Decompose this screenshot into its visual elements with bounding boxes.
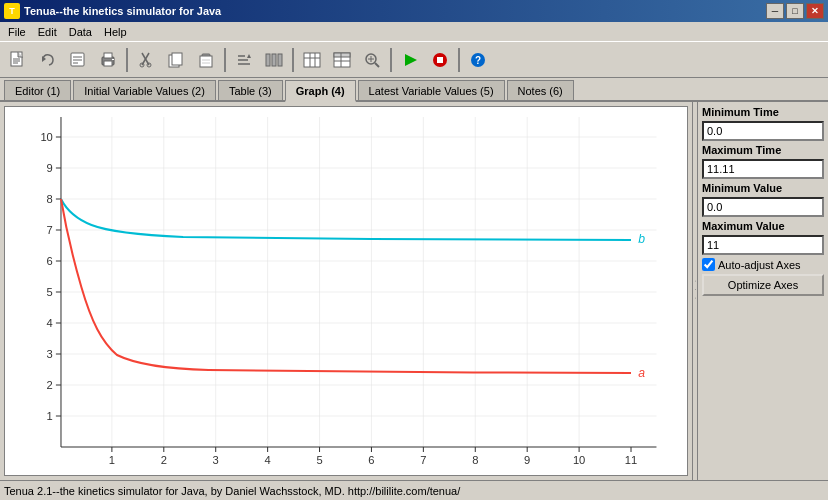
title-buttons: ─ □ ✕: [766, 3, 824, 19]
title-bar: T Tenua--the kinetics simulator for Java…: [0, 0, 828, 22]
columns-button[interactable]: [260, 46, 288, 74]
svg-rect-26: [266, 54, 270, 66]
svg-rect-29: [304, 53, 320, 67]
minimize-button[interactable]: ─: [766, 3, 784, 19]
undo-button[interactable]: [34, 46, 62, 74]
new-button[interactable]: [4, 46, 32, 74]
svg-rect-20: [200, 56, 212, 67]
svg-text:8: 8: [47, 193, 53, 205]
menu-file[interactable]: File: [2, 24, 32, 40]
main-content: 1 2 3 4 5 6 7 8 9 10 11: [0, 102, 828, 480]
svg-text:1: 1: [47, 410, 53, 422]
tab-initial-variables[interactable]: Initial Variable Values (2): [73, 80, 216, 100]
tab-graph[interactable]: Graph (4): [285, 80, 356, 102]
close-button[interactable]: ✕: [806, 3, 824, 19]
title-bar-content: T Tenua--the kinetics simulator for Java: [4, 3, 221, 19]
sep2: [224, 48, 226, 72]
optimize-axes-button[interactable]: Optimize Axes: [702, 274, 824, 296]
svg-rect-11: [104, 61, 112, 66]
status-text: Tenua 2.1--the kinetics simulator for Ja…: [4, 485, 460, 497]
menu-bar: File Edit Data Help: [0, 22, 828, 42]
svg-rect-18: [172, 53, 182, 65]
tab-notes[interactable]: Notes (6): [507, 80, 574, 100]
svg-text:8: 8: [472, 454, 478, 466]
svg-text:a: a: [638, 366, 645, 380]
maximize-button[interactable]: □: [786, 3, 804, 19]
max-time-input[interactable]: [702, 159, 824, 179]
svg-text:2: 2: [47, 379, 53, 391]
svg-rect-46: [5, 107, 687, 475]
zoom-button[interactable]: [358, 46, 386, 74]
paste-button[interactable]: [192, 46, 220, 74]
graph-container: 1 2 3 4 5 6 7 8 9 10 11: [4, 106, 688, 476]
menu-help[interactable]: Help: [98, 24, 133, 40]
max-value-input[interactable]: [702, 235, 824, 255]
play-button[interactable]: [396, 46, 424, 74]
help-button[interactable]: ?: [464, 46, 492, 74]
cut-button[interactable]: [132, 46, 160, 74]
svg-text:7: 7: [420, 454, 426, 466]
sep1: [126, 48, 128, 72]
min-value-label: Minimum Value: [702, 182, 824, 194]
print-button[interactable]: [94, 46, 122, 74]
svg-marker-41: [405, 54, 417, 66]
svg-text:6: 6: [368, 454, 374, 466]
min-value-input[interactable]: [702, 197, 824, 217]
min-time-label: Minimum Time: [702, 106, 824, 118]
menu-data[interactable]: Data: [63, 24, 98, 40]
right-panel: Minimum Time Maximum Time Minimum Value …: [698, 102, 828, 480]
tab-latest-variables[interactable]: Latest Variable Values (5): [358, 80, 505, 100]
svg-text:3: 3: [213, 454, 219, 466]
svg-rect-34: [334, 53, 350, 57]
svg-text:7: 7: [47, 224, 53, 236]
table2-button[interactable]: [328, 46, 356, 74]
svg-text:9: 9: [524, 454, 530, 466]
tab-editor[interactable]: Editor (1): [4, 80, 71, 100]
sort-asc-button[interactable]: [230, 46, 258, 74]
app-icon: T: [4, 3, 20, 19]
tabs-bar: Editor (1) Initial Variable Values (2) T…: [0, 78, 828, 102]
min-time-input[interactable]: [702, 121, 824, 141]
window-title: Tenua--the kinetics simulator for Java: [24, 5, 221, 17]
svg-rect-12: [112, 59, 114, 60]
svg-text:?: ?: [475, 55, 481, 66]
svg-text:11: 11: [625, 454, 637, 466]
svg-text:9: 9: [47, 162, 53, 174]
tab-table[interactable]: Table (3): [218, 80, 283, 100]
max-value-label: Maximum Value: [702, 220, 824, 232]
menu-edit[interactable]: Edit: [32, 24, 63, 40]
auto-adjust-row: Auto-adjust Axes: [702, 258, 824, 271]
svg-text:5: 5: [316, 454, 322, 466]
svg-rect-28: [278, 54, 282, 66]
table1-button[interactable]: [298, 46, 326, 74]
svg-rect-10: [104, 53, 112, 58]
svg-text:10: 10: [40, 131, 52, 143]
auto-adjust-checkbox[interactable]: [702, 258, 715, 271]
svg-text:3: 3: [47, 348, 53, 360]
svg-text:2: 2: [161, 454, 167, 466]
toolbar: ?: [0, 42, 828, 78]
svg-text:b: b: [638, 232, 645, 246]
svg-text:10: 10: [573, 454, 585, 466]
status-bar: Tenua 2.1--the kinetics simulator for Ja…: [0, 480, 828, 500]
auto-adjust-label: Auto-adjust Axes: [718, 259, 801, 271]
svg-text:1: 1: [109, 454, 115, 466]
svg-text:4: 4: [47, 317, 53, 329]
max-time-label: Maximum Time: [702, 144, 824, 156]
graph-svg: 1 2 3 4 5 6 7 8 9 10 11: [5, 107, 687, 475]
svg-line-38: [375, 63, 379, 67]
svg-text:6: 6: [47, 255, 53, 267]
svg-rect-27: [272, 54, 276, 66]
sep5: [458, 48, 460, 72]
stop-button[interactable]: [426, 46, 454, 74]
sep3: [292, 48, 294, 72]
redo-button[interactable]: [64, 46, 92, 74]
copy-button[interactable]: [162, 46, 190, 74]
sep4: [390, 48, 392, 72]
svg-rect-43: [437, 57, 443, 63]
svg-text:5: 5: [47, 286, 53, 298]
svg-text:4: 4: [265, 454, 271, 466]
